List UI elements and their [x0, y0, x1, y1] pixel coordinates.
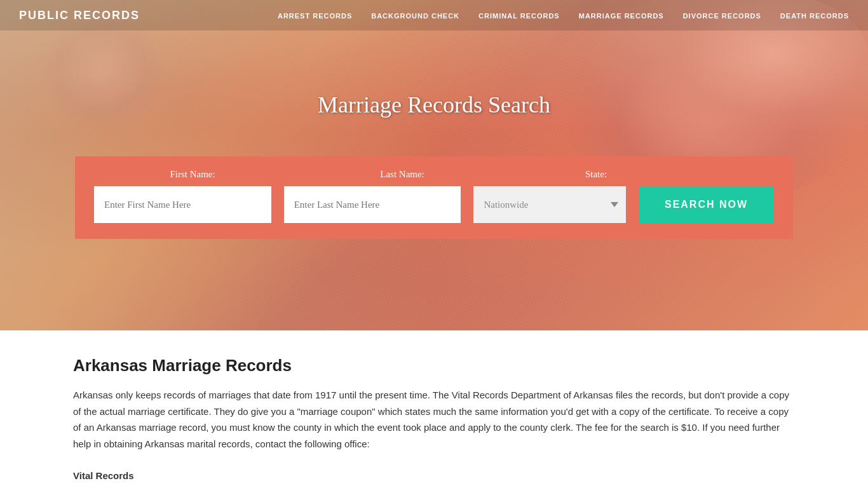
state-select-wrapper: NationwideAlabamaAlaskaArizonaArkansasCa…: [473, 186, 626, 223]
search-section: First Name: Last Name: State: Nationwide…: [75, 156, 793, 239]
search-labels-row: First Name: Last Name: State:: [94, 169, 774, 180]
content-subheading: Vital Records: [73, 468, 795, 484]
last-name-label: Last Name:: [304, 169, 501, 180]
nav-link-marriage[interactable]: MARRIAGE RECORDS: [579, 12, 664, 20]
nav-item-divorce[interactable]: DIVORCE RECORDS: [683, 10, 761, 21]
nav-links: ARREST RECORDS BACKGROUND CHECK CRIMINAL…: [278, 10, 849, 21]
search-now-button[interactable]: SEARCH NOW: [639, 186, 774, 223]
nav-item-death[interactable]: DEATH RECORDS: [780, 10, 849, 21]
first-name-input[interactable]: [94, 186, 271, 223]
content-body: Arkansas only keeps records of marriages…: [73, 387, 795, 452]
content-heading: Arkansas Marriage Records: [73, 356, 795, 376]
nav-link-divorce[interactable]: DIVORCE RECORDS: [683, 12, 761, 20]
nav-item-criminal[interactable]: CRIMINAL RECORDS: [478, 10, 560, 21]
site-logo[interactable]: PUBLIC RECORDS: [19, 9, 140, 22]
navbar: PUBLIC RECORDS ARREST RECORDS BACKGROUND…: [0, 0, 868, 30]
nav-link-arrest[interactable]: ARREST RECORDS: [278, 12, 352, 20]
content-section: Arkansas Marriage Records Arkansas only …: [0, 330, 868, 488]
hero-title: Marriage Records Search: [318, 92, 550, 118]
nav-link-death[interactable]: DEATH RECORDS: [780, 12, 849, 20]
nav-link-criminal[interactable]: CRIMINAL RECORDS: [478, 12, 560, 20]
search-inputs-row: NationwideAlabamaAlaskaArizonaArkansasCa…: [94, 186, 774, 223]
nav-item-marriage[interactable]: MARRIAGE RECORDS: [579, 10, 664, 21]
last-name-input[interactable]: [284, 186, 461, 223]
nav-item-arrest[interactable]: ARREST RECORDS: [278, 10, 352, 21]
state-label: State:: [513, 169, 679, 180]
nav-link-background[interactable]: BACKGROUND CHECK: [371, 12, 459, 20]
hero-section: Marriage Records Search First Name: Last…: [0, 0, 868, 330]
state-select[interactable]: NationwideAlabamaAlaskaArizonaArkansasCa…: [473, 186, 626, 223]
first-name-label: First Name:: [94, 169, 291, 180]
nav-item-background[interactable]: BACKGROUND CHECK: [371, 10, 459, 21]
